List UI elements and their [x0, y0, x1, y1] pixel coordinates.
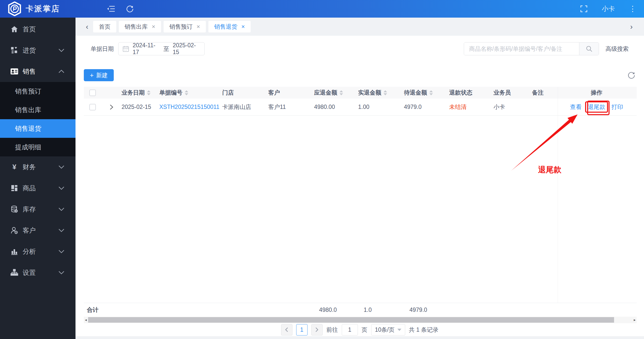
refresh-table-icon[interactable]: [627, 71, 635, 79]
header-label: 业务日期: [122, 89, 145, 97]
tabs-scroll-right[interactable]: ›: [628, 22, 635, 31]
expand-row-icon[interactable]: [109, 104, 114, 110]
sidebar-item-analysis[interactable]: 分析: [0, 241, 75, 262]
column-header-biz-date[interactable]: 业务日期: [122, 89, 159, 97]
prev-page-button[interactable]: [281, 324, 292, 335]
search-icon: [586, 45, 593, 52]
header-label: 实退金额: [358, 89, 381, 97]
page-number-button[interactable]: 1: [296, 324, 308, 335]
new-button[interactable]: + 新建: [84, 69, 114, 81]
refresh-page-icon[interactable]: [126, 5, 134, 13]
search-input[interactable]: [464, 43, 579, 55]
header-label: 备注: [532, 89, 544, 97]
tab-label: 销售出库: [125, 23, 148, 31]
date-start: 2024-11-17: [133, 42, 160, 56]
sidebar-subitem-sales-reserve[interactable]: 销售预订: [0, 82, 75, 101]
more-menu-icon[interactable]: ⋮: [629, 5, 636, 13]
sidebar-item-settings[interactable]: 设置: [0, 262, 75, 283]
chevron-down-icon: [58, 49, 64, 52]
sidebar-item-inventory[interactable]: 库存: [0, 199, 75, 220]
goods-icon: [10, 185, 19, 192]
tab-sales-reserve[interactable]: 销售预订 ×: [164, 21, 206, 32]
date-end: 2025-02-15: [173, 42, 200, 56]
goto-page-input[interactable]: [342, 324, 358, 335]
sidebar-item-finance[interactable]: ¥ 财务: [0, 156, 75, 178]
close-tab-icon[interactable]: ×: [241, 24, 245, 30]
page-sales-return: 单据日期 2024-11-17 至 2025-02-15: [75, 36, 644, 336]
collapse-menu-icon[interactable]: [107, 5, 115, 13]
subitem-label: 销售预订: [15, 87, 41, 96]
sidebar-item-purchase[interactable]: 进货: [0, 40, 75, 61]
column-header-refund-actual[interactable]: 实退金额: [358, 89, 404, 97]
cell-refund-due: 4980.00: [314, 104, 358, 110]
date-range-picker[interactable]: 2024-11-17 至 2025-02-15: [118, 42, 205, 55]
tab-label: 首页: [99, 23, 110, 31]
sort-carets-icon[interactable]: [429, 90, 433, 95]
chevron-down-icon: [58, 207, 64, 211]
sidebar-item-sales[interactable]: 销售: [0, 61, 75, 82]
view-action-link[interactable]: 查看: [570, 103, 582, 111]
header-label: 操作: [591, 89, 602, 97]
database-icon: [10, 205, 19, 213]
close-tab-icon[interactable]: ×: [197, 24, 200, 30]
sidebar-item-label: 客户: [23, 226, 36, 235]
tab-sales-outbound[interactable]: 销售出库 ×: [119, 21, 161, 32]
cell-refund-actual: 1.00: [358, 104, 404, 110]
sidebar-subitem-sales-return[interactable]: 销售退货: [0, 119, 75, 138]
tabs-scroll-left[interactable]: ‹: [84, 22, 91, 31]
sidebar-item-customers[interactable]: 客户: [0, 220, 75, 241]
cell-salesperson: 小卡: [494, 103, 532, 111]
total-records-label: 共 1 条记录: [409, 326, 439, 334]
tab-label: 销售预订: [169, 23, 193, 31]
column-header-customer: 客户: [268, 89, 314, 97]
page-unit-label: 页: [362, 326, 367, 334]
chevron-down-icon: [58, 165, 64, 169]
sidebar-subitem-commission-detail[interactable]: 提成明细: [0, 138, 75, 156]
sort-carets-icon[interactable]: [384, 90, 387, 95]
sidebar-item-goods[interactable]: 商品: [0, 178, 75, 199]
date-separator: 至: [163, 45, 169, 53]
cell-store: 卡派南山店: [222, 103, 268, 111]
sidebar-item-label: 首页: [23, 25, 36, 34]
column-header-refund-due[interactable]: 应退金额: [314, 89, 358, 97]
row-checkbox[interactable]: [89, 104, 96, 110]
close-tab-icon[interactable]: ×: [152, 24, 155, 30]
page-size-select[interactable]: 10条/页: [371, 324, 405, 335]
tab-home[interactable]: 首页: [93, 21, 116, 32]
tab-sales-return[interactable]: 销售退货 ×: [208, 21, 251, 32]
scrollbar-thumb[interactable]: [88, 317, 614, 323]
purchase-icon: [10, 47, 19, 54]
sidebar-item-home[interactable]: 首页: [0, 19, 75, 40]
table-totals-row: 合计 4980.0 1.0 4979.0: [84, 303, 637, 317]
bar-chart-icon: [10, 248, 19, 255]
scrollbar-right-arrow[interactable]: ▸: [633, 317, 637, 323]
sidebar-subitem-sales-outbound[interactable]: 销售出库: [0, 101, 75, 119]
select-caret-icon: [397, 329, 401, 331]
sort-carets-icon[interactable]: [339, 90, 343, 95]
current-user[interactable]: 小卡: [602, 5, 615, 13]
tab-bar: ‹ 首页 销售出库 × 销售预订 × 销售退货 × ›: [75, 18, 644, 36]
print-action-link[interactable]: 打印: [612, 103, 623, 111]
refund-balance-action-link[interactable]: 退尾款: [585, 101, 608, 113]
next-page-button[interactable]: [311, 324, 323, 335]
page-size-value: 10条/页: [375, 326, 395, 334]
column-header-refund-pending[interactable]: 待退金额: [404, 89, 449, 97]
column-header-remark: 备注: [532, 89, 557, 97]
sidebar-item-label: 分析: [23, 247, 36, 256]
doc-no-link[interactable]: XSTH20250215150011: [159, 104, 219, 110]
yen-icon: ¥: [10, 163, 19, 171]
sort-carets-icon[interactable]: [147, 90, 150, 95]
horizontal-scrollbar: ◂ ▸: [84, 317, 637, 323]
column-header-doc-no[interactable]: 单据编号: [159, 89, 222, 97]
advanced-search-link[interactable]: 高级搜索: [605, 45, 629, 53]
calendar-icon: [123, 46, 129, 52]
sidebar-item-label: 进货: [23, 46, 36, 55]
select-all-checkbox[interactable]: [89, 90, 96, 96]
header-label: 应退金额: [314, 89, 337, 97]
fullscreen-icon[interactable]: [580, 5, 588, 13]
sidebar-item-label: 库存: [23, 205, 36, 214]
subitem-label: 销售出库: [15, 106, 41, 114]
sort-carets-icon[interactable]: [185, 90, 188, 95]
search-button[interactable]: [579, 43, 599, 55]
scrollbar-left-arrow[interactable]: ◂: [84, 317, 88, 323]
